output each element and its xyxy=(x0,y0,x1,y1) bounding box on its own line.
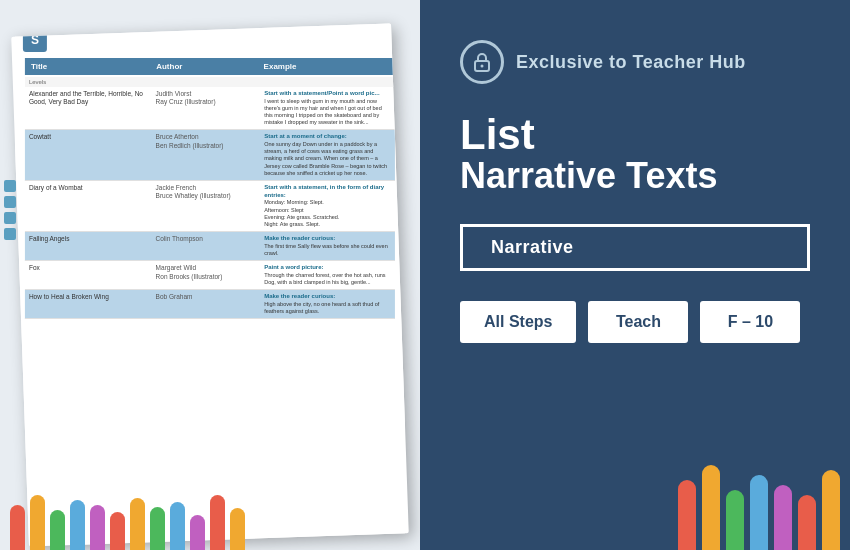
action-buttons: All Steps Teach F – 10 xyxy=(460,301,810,343)
svg-point-1 xyxy=(481,65,484,68)
title-line2: Narrative Texts xyxy=(460,156,810,196)
stick-orange2 xyxy=(130,498,145,550)
edit-icon xyxy=(4,180,16,192)
bottom-sticks-decoration xyxy=(678,465,850,550)
document-preview: S Title Author Example Levels Alexander … xyxy=(0,0,420,550)
stick-red3 xyxy=(210,495,225,550)
table-row: Cowtatt Bruce AthertonBen Redlich (Illus… xyxy=(25,130,395,181)
table-row: Diary of a Wombat Jackie FrenchBruce Wha… xyxy=(25,181,395,232)
right-stick-orange xyxy=(702,465,720,550)
teach-button[interactable]: Teach xyxy=(588,301,688,343)
lock-icon xyxy=(472,51,492,73)
stick-blue xyxy=(70,500,85,550)
content-panel: Exclusive to Teacher Hub List Narrative … xyxy=(420,0,850,550)
right-stick-green xyxy=(726,490,744,550)
stick-red2 xyxy=(110,512,125,550)
lock-circle xyxy=(460,40,504,84)
stick-green xyxy=(50,510,65,550)
exclusive-badge: Exclusive to Teacher Hub xyxy=(460,40,810,84)
stick-purple xyxy=(90,505,105,550)
stick-purple2 xyxy=(190,515,205,550)
col-author-header: Author xyxy=(156,62,263,71)
bookmark-icon xyxy=(4,196,16,208)
grade-button[interactable]: F – 10 xyxy=(700,301,800,343)
right-stick-red xyxy=(678,480,696,550)
stick-red xyxy=(10,505,25,550)
col-example-header: Example xyxy=(264,62,389,71)
stick-orange3 xyxy=(230,508,245,550)
right-stick-blue xyxy=(750,475,768,550)
col-title-header: Title xyxy=(31,62,156,71)
title-line1: List xyxy=(460,114,810,156)
bottom-decoration xyxy=(0,490,420,550)
search-doc-icon xyxy=(4,228,16,240)
right-stick-orange2 xyxy=(822,470,840,550)
stick-blue2 xyxy=(170,502,185,550)
table-row: Falling Angels Colin Thompson Make the r… xyxy=(25,232,395,261)
section-label: Levels xyxy=(25,77,395,87)
table-row: Fox Margaret WildRon Brooks (Illustrator… xyxy=(25,261,395,290)
table-header: Title Author Example xyxy=(25,58,395,75)
doc-logo: S xyxy=(23,28,47,52)
all-steps-button[interactable]: All Steps xyxy=(460,301,576,343)
main-title: List Narrative Texts xyxy=(460,114,810,196)
right-stick-purple xyxy=(774,485,792,550)
table-row: Alexander and the Terrible, Horrible, No… xyxy=(25,87,395,130)
narrative-button[interactable]: Narrative xyxy=(460,224,810,271)
exclusive-text: Exclusive to Teacher Hub xyxy=(516,52,746,73)
side-icons xyxy=(4,180,16,240)
right-stick-red2 xyxy=(798,495,816,550)
table-row: How to Heal a Broken Wing Bob Graham Mak… xyxy=(25,290,395,319)
stick-orange xyxy=(30,495,45,550)
stick-green2 xyxy=(150,507,165,550)
share-icon xyxy=(4,212,16,224)
